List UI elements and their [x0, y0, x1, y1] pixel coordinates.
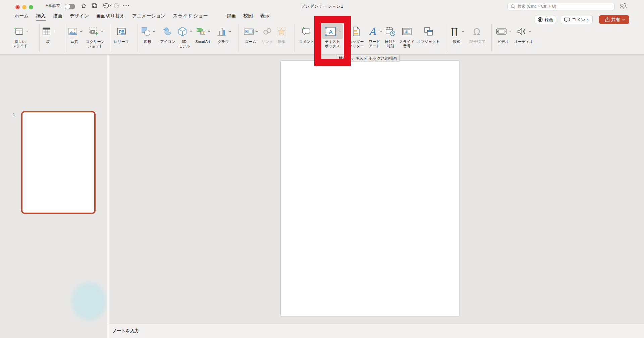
- notes-bar[interactable]: ノートを入力: [109, 324, 644, 338]
- slide-thumbnail[interactable]: [21, 111, 96, 214]
- action-icon: [276, 26, 287, 37]
- chevron-down-icon: [101, 31, 103, 33]
- comment-bubble-icon: [564, 17, 570, 22]
- slide-number-icon: #: [401, 26, 413, 37]
- audio-icon: [516, 26, 528, 37]
- new-comment-icon: [301, 26, 312, 37]
- svg-text:∏: ∏: [451, 26, 458, 37]
- shapes-icon: [140, 26, 152, 37]
- new-slide-button[interactable]: 新しい スライド: [4, 24, 36, 48]
- record-button[interactable]: 録画: [535, 15, 556, 24]
- audio-button[interactable]: オーディオ: [507, 24, 540, 44]
- search-placeholder: 検索 (Cmd + Ctrl + U): [518, 4, 556, 9]
- symbol-icon: Ω: [472, 26, 483, 37]
- search-icon: [511, 4, 516, 9]
- comments-button-label: コメント: [572, 17, 590, 23]
- svg-text:Ω: Ω: [473, 26, 480, 37]
- comments-button[interactable]: コメント: [561, 15, 593, 24]
- share-button[interactable]: 共有: [599, 15, 629, 24]
- tab-home[interactable]: ホーム: [14, 13, 29, 19]
- object-button[interactable]: オブジェクト: [412, 24, 444, 44]
- presence-people-icon[interactable]: [619, 3, 628, 10]
- tab-slideshow[interactable]: スライド ショー: [173, 13, 208, 19]
- slide-thumbnail-panel: 1: [0, 55, 107, 338]
- new-slide-icon: [13, 26, 24, 37]
- chevron-down-icon: [53, 31, 56, 33]
- share-button-label: 共有: [611, 17, 620, 23]
- tab-review[interactable]: 校閲: [243, 13, 253, 19]
- notes-placeholder: ノートを入力: [112, 328, 139, 334]
- share-icon: [604, 17, 609, 22]
- slide-editing-area[interactable]: [281, 61, 459, 316]
- equation-icon: ∏: [449, 26, 461, 37]
- chart-icon: [216, 26, 227, 37]
- table-icon: [41, 26, 52, 37]
- screenshot-icon: [88, 26, 99, 37]
- chevron-down-icon: [25, 31, 28, 33]
- tab-draw[interactable]: 描画: [53, 13, 62, 19]
- chevron-down-icon: [229, 31, 231, 33]
- slide-number-label: 1: [13, 112, 15, 117]
- tab-transitions[interactable]: 画面切り替え: [96, 13, 125, 19]
- annotation-red-rectangle: [314, 16, 351, 66]
- smartart-icon: [195, 26, 207, 37]
- chevron-down-icon: [529, 31, 531, 33]
- record-button-label: 録画: [545, 17, 553, 23]
- tab-design[interactable]: デザイン: [70, 13, 89, 19]
- record-icon: [538, 17, 543, 22]
- tab-view[interactable]: 表示: [260, 13, 269, 19]
- video-icon: [496, 26, 507, 37]
- photo-album-icon: P: [116, 26, 127, 37]
- svg-text:#: #: [406, 30, 408, 34]
- tab-insert[interactable]: 挿入: [36, 13, 46, 19]
- search-input[interactable]: 検索 (Cmd + Ctrl + U): [507, 3, 614, 10]
- tab-record[interactable]: 録画: [226, 13, 236, 19]
- tab-animations[interactable]: アニメーション: [132, 13, 166, 19]
- pictures-icon: [67, 26, 78, 37]
- slide-canvas: [109, 55, 644, 324]
- titlebar: 自動保存 プレゼンテーション1 検索 (Cmd + Ctrl + U): [0, 0, 644, 11]
- svg-text:P: P: [119, 29, 122, 34]
- share-dropdown-chevron-icon: [622, 19, 625, 21]
- object-icon: [423, 26, 434, 37]
- highlight-blob: [71, 282, 107, 321]
